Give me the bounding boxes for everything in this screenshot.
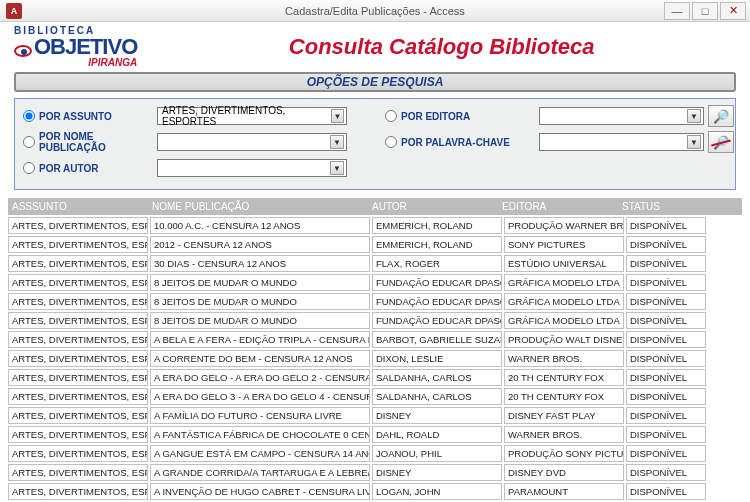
cell-autor: FUNDAÇÃO EDUCAR DPASCHOAL	[372, 312, 502, 329]
cell-assunto: ARTES, DIVERTIMENTOS, ESPORTES	[8, 388, 148, 405]
cell-nome: A GRANDE CORRIDA/A TARTARUGA E A LEBRE/O…	[150, 464, 370, 481]
cell-editora: ESTÚDIO UNIVERSAL	[504, 255, 624, 272]
cell-autor: DIXON, LESLIE	[372, 350, 502, 367]
cell-nome: A FAMÍLIA DO FUTURO - CENSURA LIVRE	[150, 407, 370, 424]
eye-icon	[14, 45, 32, 57]
cell-nome: A INVENÇÃO DE HUGO CABRET - CENSURA LIVR…	[150, 483, 370, 500]
cell-autor: FUNDAÇÃO EDUCAR DPASCHOAL	[372, 274, 502, 291]
cell-editora: GRÁFICA MODELO LTDA	[504, 293, 624, 310]
table-row[interactable]: ARTES, DIVERTIMENTOS, ESPORTES8 JEITOS D…	[8, 312, 742, 329]
chevron-down-icon[interactable]: ▼	[331, 109, 344, 123]
cell-status: DISPONÍVEL	[626, 274, 706, 291]
cell-assunto: ARTES, DIVERTIMENTOS, ESPORTES	[8, 483, 148, 500]
radio-por-nome-label: POR NOME PUBLICAÇÃO	[39, 131, 153, 153]
cell-assunto: ARTES, DIVERTIMENTOS, ESPORTES	[8, 255, 148, 272]
cell-status: DISPONÍVEL	[626, 217, 706, 234]
chevron-down-icon[interactable]: ▼	[330, 135, 344, 149]
binoculars-strike-icon: 🔎	[713, 135, 729, 150]
table-row[interactable]: ARTES, DIVERTIMENTOS, ESPORTESA INVENÇÃO…	[8, 483, 742, 500]
cell-assunto: ARTES, DIVERTIMENTOS, ESPORTES	[8, 464, 148, 481]
results-grid: ASSSUNTO NOME PUBLICAÇÃO AUTOR EDITORA S…	[8, 198, 742, 502]
cell-status: DISPONÍVEL	[626, 369, 706, 386]
cell-nome: A GANGUE ESTÁ EM CAMPO - CENSURA 14 ANOS	[150, 445, 370, 462]
table-row[interactable]: ARTES, DIVERTIMENTOS, ESPORTES8 JEITOS D…	[8, 293, 742, 310]
table-row[interactable]: ARTES, DIVERTIMENTOS, ESPORTESA FANTÁSTI…	[8, 426, 742, 443]
cell-autor: SALDANHA, CARLOS	[372, 388, 502, 405]
cell-assunto: ARTES, DIVERTIMENTOS, ESPORTES	[8, 293, 148, 310]
minimize-button[interactable]: —	[664, 2, 690, 20]
search-button[interactable]: 🔎	[708, 105, 734, 127]
cell-status: DISPONÍVEL	[626, 445, 706, 462]
col-nome: NOME PUBLICAÇÃO	[148, 198, 368, 215]
cell-editora: GRÁFICA MODELO LTDA	[504, 274, 624, 291]
cell-editora: SONY PICTURES	[504, 236, 624, 253]
cell-autor: DISNEY	[372, 464, 502, 481]
cell-assunto: ARTES, DIVERTIMENTOS, ESPORTES	[8, 426, 148, 443]
maximize-button[interactable]: □	[692, 2, 718, 20]
cell-status: DISPONÍVEL	[626, 255, 706, 272]
cell-nome: 8 JEITOS DE MUDAR O MUNDO	[150, 312, 370, 329]
clear-search-button[interactable]: 🔎	[708, 131, 734, 153]
grid-header: ASSSUNTO NOME PUBLICAÇÃO AUTOR EDITORA S…	[8, 198, 742, 215]
editora-combo[interactable]: ▼	[539, 107, 704, 125]
col-editora: EDITORA	[498, 198, 618, 215]
cell-nome: A BELA E A FERA - EDIÇÃO TRIPLA - CENSUR…	[150, 331, 370, 348]
cell-status: DISPONÍVEL	[626, 407, 706, 424]
table-row[interactable]: ARTES, DIVERTIMENTOS, ESPORTES2012 - CEN…	[8, 236, 742, 253]
table-row[interactable]: ARTES, DIVERTIMENTOS, ESPORTESA GANGUE E…	[8, 445, 742, 462]
cell-autor: EMMERICH, ROLAND	[372, 236, 502, 253]
table-row[interactable]: ARTES, DIVERTIMENTOS, ESPORTES8 JEITOS D…	[8, 274, 742, 291]
cell-assunto: ARTES, DIVERTIMENTOS, ESPORTES	[8, 217, 148, 234]
cell-autor: BARBOT, GABRIELLE SUZANNE	[372, 331, 502, 348]
radio-por-palavra[interactable]: POR PALAVRA-CHAVE	[385, 136, 535, 148]
radio-por-nome-input[interactable]	[23, 136, 35, 148]
nome-combo[interactable]: ▼	[157, 133, 347, 151]
radio-por-editora[interactable]: POR EDITORA	[385, 110, 535, 122]
cell-status: DISPONÍVEL	[626, 350, 706, 367]
cell-status: DISPONÍVEL	[626, 293, 706, 310]
autor-combo[interactable]: ▼	[157, 159, 347, 177]
radio-por-autor-input[interactable]	[23, 162, 35, 174]
table-row[interactable]: ARTES, DIVERTIMENTOS, ESPORTESA FAMÍLIA …	[8, 407, 742, 424]
cell-nome: A ERA DO GELO 3 - A ERA DO GELO 4 - CENS…	[150, 388, 370, 405]
cell-status: DISPONÍVEL	[626, 331, 706, 348]
cell-editora: WARNER BROS.	[504, 426, 624, 443]
table-row[interactable]: ARTES, DIVERTIMENTOS, ESPORTESA ERA DO G…	[8, 388, 742, 405]
table-row[interactable]: ARTES, DIVERTIMENTOS, ESPORTES10.000 A.C…	[8, 217, 742, 234]
radio-por-palavra-input[interactable]	[385, 136, 397, 148]
cell-status: DISPONÍVEL	[626, 483, 706, 500]
cell-editora: 20 TH CENTURY FOX	[504, 388, 624, 405]
access-app-icon: A	[6, 3, 22, 19]
radio-por-assunto-input[interactable]	[23, 110, 35, 122]
cell-editora: DISNEY DVD	[504, 464, 624, 481]
palavra-combo[interactable]: ▼	[539, 133, 704, 151]
col-assunto: ASSSUNTO	[8, 198, 148, 215]
cell-nome: 8 JEITOS DE MUDAR O MUNDO	[150, 293, 370, 310]
binoculars-icon: 🔎	[713, 109, 729, 124]
assunto-combo[interactable]: ARTES, DIVERTIMENTOS, ESPORTES ▼	[157, 107, 347, 125]
cell-autor: LOGAN, JOHN	[372, 483, 502, 500]
logo-line3: IPIRANGA	[88, 58, 137, 68]
table-row[interactable]: ARTES, DIVERTIMENTOS, ESPORTESA BELA E A…	[8, 331, 742, 348]
chevron-down-icon[interactable]: ▼	[330, 161, 344, 175]
radio-por-nome[interactable]: POR NOME PUBLICAÇÃO	[23, 131, 153, 153]
page-title: Consulta Catálogo Biblioteca	[147, 34, 736, 60]
cell-editora: WARNER BROS.	[504, 350, 624, 367]
cell-autor: JOANOU, PHIL	[372, 445, 502, 462]
radio-por-editora-input[interactable]	[385, 110, 397, 122]
table-row[interactable]: ARTES, DIVERTIMENTOS, ESPORTES30 DIAS - …	[8, 255, 742, 272]
options-bar: OPÇÕES DE PESQUISA	[14, 72, 736, 92]
chevron-down-icon[interactable]: ▼	[687, 135, 701, 149]
table-row[interactable]: ARTES, DIVERTIMENTOS, ESPORTESA CORRENTE…	[8, 350, 742, 367]
chevron-down-icon[interactable]: ▼	[687, 109, 701, 123]
cell-status: DISPONÍVEL	[626, 312, 706, 329]
radio-por-autor[interactable]: POR AUTOR	[23, 162, 153, 174]
titlebar: A Cadastra/Edita Publicações - Access — …	[0, 0, 750, 22]
radio-por-assunto[interactable]: POR ASSUNTO	[23, 110, 153, 122]
table-row[interactable]: ARTES, DIVERTIMENTOS, ESPORTESA GRANDE C…	[8, 464, 742, 481]
table-row[interactable]: ARTES, DIVERTIMENTOS, ESPORTESA ERA DO G…	[8, 369, 742, 386]
window-title: Cadastra/Edita Publicações - Access	[285, 5, 465, 17]
cell-autor: FLAX, ROGER	[372, 255, 502, 272]
close-button[interactable]: ✕	[720, 2, 746, 20]
logo: BIBLIOTECA OBJETIVO IPIRANGA	[14, 26, 137, 68]
